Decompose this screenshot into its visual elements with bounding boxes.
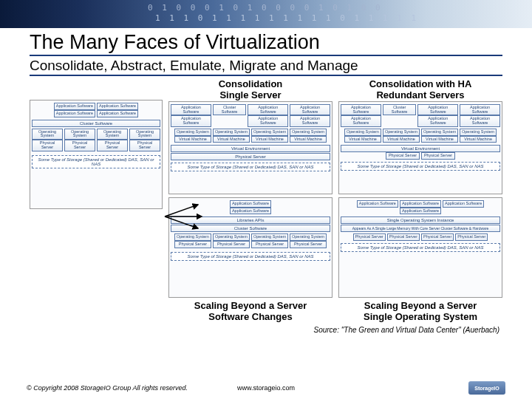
source-citation: Source: "The Green and Virtual Data Cent…	[30, 326, 502, 334]
label-top-right: Consolidation with HA Redundant Servers	[338, 79, 502, 101]
label-bottom-left: Scaling Beyond a Server Software Changes	[168, 301, 332, 323]
label-bottom-right: Scaling Beyond a Server Single Operating…	[338, 301, 502, 323]
footer-url: www.storageio.com	[237, 384, 295, 392]
col-consolidation-single: Consolidation Single Server Application …	[168, 79, 332, 194]
svg-line-0	[165, 205, 198, 216]
label-top-left: Consolidation Single Server	[168, 79, 332, 101]
slide-title: The Many Faces of Virtualization	[30, 31, 502, 56]
diagram-before-physical: Application SoftwareApplication Software…	[30, 79, 163, 298]
col-consolidation-ha: Consolidation with HA Redundant Servers …	[338, 79, 502, 194]
header-band	[0, 0, 532, 28]
copyright: © Copyright 2008 StorageIO Group All rig…	[27, 384, 188, 392]
footer: © Copyright 2008 StorageIO Group All rig…	[0, 381, 532, 395]
svg-line-2	[165, 216, 198, 228]
slide-subtitle: Consolidate, Abstract, Emulate, Migrate …	[30, 58, 502, 76]
transition-arrows	[161, 202, 205, 231]
col-scaling-single-os: Application Software Application Softwar…	[338, 197, 502, 298]
storageio-logo: StorageIO	[468, 381, 505, 395]
